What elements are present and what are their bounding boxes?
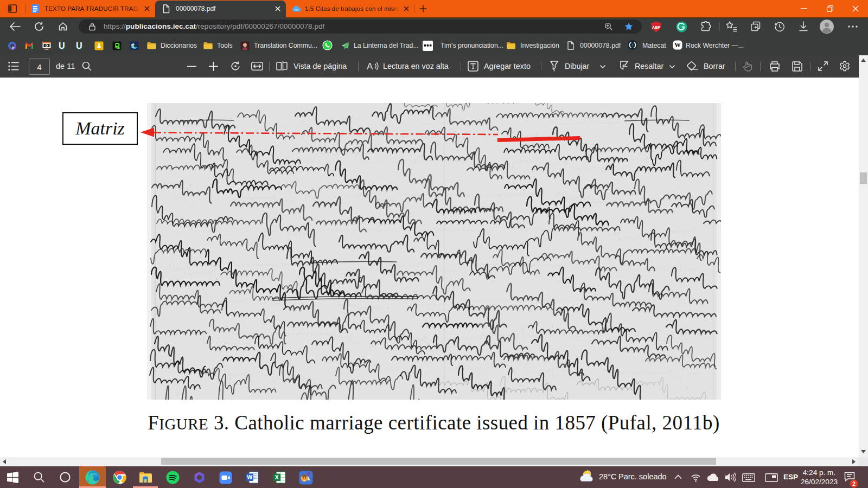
svg-text:2: 2	[852, 481, 856, 487]
svg-text:W: W	[674, 42, 681, 48]
svg-text:X: X	[275, 474, 279, 480]
svg-text:A: A	[367, 61, 373, 72]
svg-text:ABP: ABP	[652, 25, 660, 29]
svg-text:W: W	[247, 474, 252, 480]
